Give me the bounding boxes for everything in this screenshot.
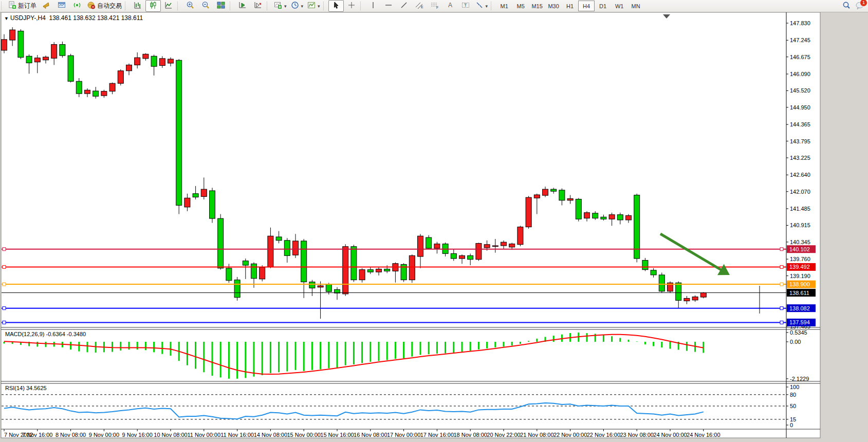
timeframe-button-M1[interactable]: M1: [496, 1, 512, 11]
toolbar-grip: [125, 2, 128, 10]
cursor-button[interactable]: [328, 0, 344, 12]
svg-text:144.365: 144.365: [790, 121, 810, 127]
svg-text:17 Nov 16:00: 17 Nov 16:00: [420, 432, 454, 438]
vertical-line-button[interactable]: [365, 0, 381, 12]
auto-scroll-button[interactable]: [235, 0, 250, 12]
chart-symbol-title: ▼USDJPY-,H4 138.461 138.632 138.421 138.…: [4, 14, 143, 22]
chart-area[interactable]: 147.830147.245146.675146.090145.520144.9…: [0, 0, 868, 442]
svg-text:0: 0: [790, 422, 793, 428]
text-icon: A: [447, 1, 454, 11]
timeframe-button-W1[interactable]: W1: [611, 1, 627, 11]
add-indicator-button[interactable]: [272, 0, 289, 12]
notifications-chat-icon[interactable]: 1: [855, 1, 865, 11]
cursor-icon: [332, 1, 340, 11]
svg-text:15 Nov 16:00: 15 Nov 16:00: [320, 432, 354, 438]
timeframe-button-H1[interactable]: H1: [562, 1, 578, 11]
auto-trading-button[interactable]: 自动交易: [85, 0, 124, 12]
timeframe-toolbar: M1M5M15M30H1H4D1W1MN: [496, 1, 644, 11]
candlestick-chart-icon: [149, 1, 157, 11]
trendline-icon: [400, 1, 408, 11]
svg-text:A: A: [448, 2, 452, 9]
svg-text:22 Nov 00:00: 22 Nov 00:00: [553, 432, 587, 438]
template-button[interactable]: [305, 0, 322, 12]
zoom-out-icon: [201, 1, 210, 11]
search-icon[interactable]: [842, 1, 851, 11]
channel-button[interactable]: E: [412, 0, 427, 12]
svg-text:137.594: 137.594: [789, 319, 810, 325]
toolbar-grip: [267, 2, 270, 10]
tile-windows-button[interactable]: [213, 0, 229, 12]
timeframe-button-M5[interactable]: M5: [512, 1, 529, 11]
svg-text:139.492: 139.492: [789, 264, 810, 270]
tile-windows-icon: [217, 1, 225, 11]
timeframe-button-H4[interactable]: H4: [578, 1, 595, 11]
bar-chart-button[interactable]: [130, 0, 145, 12]
crosshair-button[interactable]: [344, 0, 359, 12]
zoom-in-button[interactable]: [182, 0, 198, 12]
bar-chart-icon: [134, 1, 142, 11]
svg-text:146.090: 146.090: [790, 71, 810, 77]
svg-text:145.520: 145.520: [790, 87, 810, 94]
zoom-out-button[interactable]: [198, 0, 213, 12]
svg-text:18 Nov 08:00: 18 Nov 08:00: [453, 432, 487, 438]
text-label-icon: T: [461, 1, 470, 11]
auto-trading-icon: [87, 1, 96, 11]
svg-text:138.900: 138.900: [789, 281, 810, 287]
symbol-dropdown-icon[interactable]: ▼: [4, 16, 9, 21]
fibonacci-icon: F: [430, 1, 439, 11]
fibonacci-button[interactable]: F: [427, 0, 442, 12]
trendline-button[interactable]: [396, 0, 412, 12]
svg-text:21 Nov 08:00: 21 Nov 08:00: [520, 432, 553, 438]
macd-indicator-label: MACD(12,26,9) -0.6364 -0.3480: [5, 331, 86, 337]
svg-text:144.950: 144.950: [790, 104, 810, 110]
svg-text:E: E: [421, 5, 423, 9]
svg-text:143.795: 143.795: [790, 138, 810, 144]
charts-window-button[interactable]: [54, 0, 69, 12]
timeframe-button-D1[interactable]: D1: [595, 1, 611, 11]
svg-text:16 Nov 08:00: 16 Nov 08:00: [354, 432, 387, 438]
svg-text:50: 50: [790, 403, 796, 409]
chart-shift-button[interactable]: [250, 0, 266, 12]
horizontal-line-button[interactable]: [381, 0, 396, 12]
sound-button[interactable]: [39, 0, 54, 12]
svg-text:138.082: 138.082: [789, 305, 810, 311]
sound-horn-icon: [42, 1, 50, 11]
radio-signal-icon: [73, 1, 81, 11]
svg-text:141.485: 141.485: [790, 206, 810, 212]
rsi-indicator-label: RSI(14) 34.5625: [5, 385, 47, 391]
text-label-button[interactable]: T: [458, 0, 473, 12]
candlestick-chart-button[interactable]: [145, 0, 161, 12]
svg-text:24 Nov 16:00: 24 Nov 16:00: [687, 432, 720, 438]
svg-text:9 Nov 00:00: 9 Nov 00:00: [89, 432, 119, 438]
channel-icon: E: [415, 1, 424, 11]
notification-count-badge: 1: [860, 0, 867, 7]
text-button[interactable]: A: [442, 0, 458, 12]
shapes-arrows-button[interactable]: [473, 0, 490, 12]
svg-text:138.611: 138.611: [789, 290, 809, 296]
svg-text:22 Nov 16:00: 22 Nov 16:00: [587, 432, 620, 438]
svg-text:139.190: 139.190: [790, 273, 810, 279]
auto-trading-label: 自动交易: [97, 2, 122, 10]
svg-text:8 Nov 08:00: 8 Nov 08:00: [56, 432, 86, 438]
svg-text:140.345: 140.345: [790, 239, 810, 245]
svg-text:7 Nov 16:00: 7 Nov 16:00: [22, 432, 52, 438]
radio-signal-button[interactable]: [69, 0, 85, 12]
zoom-in-icon: [186, 1, 195, 11]
svg-text:100: 100: [790, 384, 799, 390]
timeframe-button-MN[interactable]: MN: [627, 1, 644, 11]
svg-text:F: F: [436, 6, 438, 9]
svg-text:0.5345: 0.5345: [790, 329, 807, 336]
toolbar-grip: [230, 2, 233, 10]
svg-text:11 Nov 16:00: 11 Nov 16:00: [220, 432, 254, 438]
toolbar-grip: [1, 2, 4, 10]
new-order-button[interactable]: 新订单: [6, 0, 39, 12]
svg-text:142.640: 142.640: [790, 172, 810, 178]
toolbar-grip: [177, 2, 180, 10]
svg-text:140.102: 140.102: [789, 246, 810, 252]
line-chart-button[interactable]: [161, 0, 176, 12]
periods-button[interactable]: [289, 0, 306, 12]
svg-text:17 Nov 00:00: 17 Nov 00:00: [387, 432, 420, 438]
timeframe-button-M15[interactable]: M15: [529, 1, 545, 11]
timeframe-button-M30[interactable]: M30: [545, 1, 562, 11]
new-order-icon: [8, 1, 16, 11]
